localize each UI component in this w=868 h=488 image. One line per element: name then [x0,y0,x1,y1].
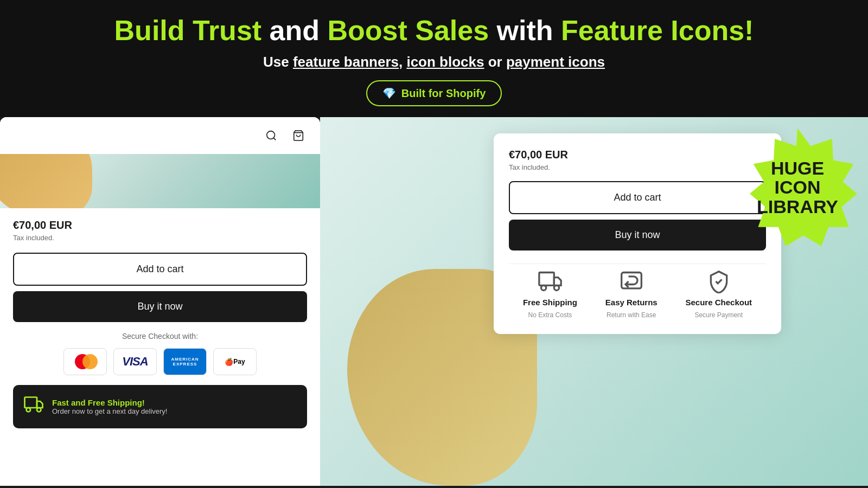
truck-icon [24,395,43,419]
free-shipping-label: Free Shipping [523,298,577,307]
shopify-badge-button[interactable]: 💎 Built for Shopify [366,80,502,106]
payment-icons-row: VISA AMERICAN EXPRESS 🍎 Pay [13,348,307,375]
left-price: €70,00 EUR [13,219,307,232]
left-panel: €70,00 EUR Tax included. Add to cart Buy… [0,117,320,486]
starburst-badge: HUGE ICON LIBRARY [738,128,857,247]
free-shipping-sub: No Extra Costs [528,311,572,319]
product-blob [0,154,92,208]
svg-line-1 [273,138,276,140]
feature-icons-row: Free Shipping No Extra Costs Easy Return… [509,264,766,319]
left-product-image [0,154,320,208]
svg-rect-6 [539,273,554,286]
truck-feature-icon [538,269,562,293]
search-icon[interactable] [263,127,280,144]
right-add-to-cart-button[interactable]: Add to cart [509,181,766,214]
right-buy-now-button[interactable]: Buy it now [509,220,766,251]
applepay-icon: 🍎 Pay [213,348,257,375]
feature-free-shipping: Free Shipping No Extra Costs [523,269,577,319]
right-tax-note: Tax included. [509,163,766,171]
title-green-1: Build Trust [114,15,262,46]
svg-point-7 [541,286,546,291]
main-area: €70,00 EUR Tax included. Add to cart Buy… [0,117,868,486]
svg-point-0 [267,131,275,139]
shield-feature-icon [707,269,731,293]
title-green-3: Feature Icons! [561,15,754,46]
left-card-content: €70,00 EUR Tax included. Add to cart Buy… [0,208,320,439]
header-subtitle: Use feature banners, icon blocks or paym… [22,54,846,70]
secure-checkout-label-feat: Secure Checkout [686,298,752,307]
left-panel-top-bar [0,117,320,154]
shipping-sub-text: Order now to get a next day delivery! [52,407,167,415]
return-feature-icon [620,269,643,293]
secure-checkout-sub: Secure Payment [694,311,743,319]
left-buy-now-button[interactable]: Buy it now [13,291,307,322]
left-add-to-cart-button[interactable]: Add to cart [13,253,307,286]
easy-returns-sub: Return with Ease [607,311,656,319]
svg-rect-3 [25,397,37,408]
feature-banners-link[interactable]: feature banners [293,54,399,70]
payment-icons-link[interactable]: payment icons [506,54,605,70]
svg-rect-9 [621,273,641,288]
easy-returns-label: Easy Returns [605,298,658,307]
secure-checkout-label: Secure Checkout with: [13,332,307,341]
right-panel: €70,00 EUR Tax included. Add to cart Buy… [320,117,868,486]
shipping-text-block: Fast and Free Shipping! Order now to get… [52,398,167,415]
icon-blocks-link[interactable]: icon blocks [406,54,484,70]
shipping-banner: Fast and Free Shipping! Order now to get… [13,385,307,428]
svg-point-4 [27,408,31,412]
feature-easy-returns: Easy Returns Return with Ease [605,269,658,319]
feature-secure-checkout: Secure Checkout Secure Payment [686,269,752,319]
amex-icon: AMERICAN EXPRESS [163,348,207,375]
right-price: €70,00 EUR [509,149,766,161]
shipping-fast-text: Fast and Free Shipping! [52,398,167,407]
visa-icon: VISA [113,348,157,375]
header: Build Trust and Boost Sales with Feature… [0,0,868,117]
diamond-icon: 💎 [382,87,396,100]
header-title: Build Trust and Boost Sales with Feature… [22,15,846,46]
title-green-2: Boost Sales [327,15,489,46]
svg-point-8 [554,286,559,291]
cart-icon[interactable] [290,127,307,144]
starburst-text: HUGE ICON LIBRARY [757,159,838,217]
left-tax-note: Tax included. [13,234,307,242]
svg-point-5 [37,408,41,412]
mastercard-icon [63,348,107,375]
